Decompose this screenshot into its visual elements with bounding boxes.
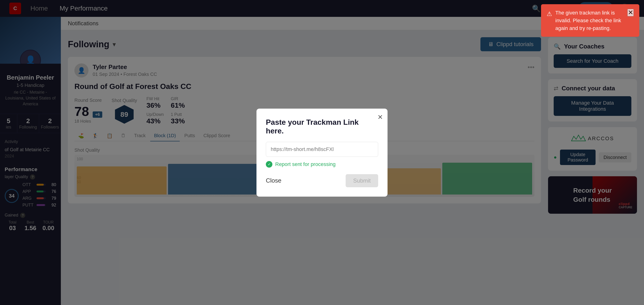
trackman-link-input[interactable] (266, 142, 378, 157)
toast-close-button[interactable]: ✕ (628, 9, 634, 16)
modal-footer: Close Submit (266, 174, 378, 187)
success-icon: ✓ (266, 161, 272, 168)
modal-submit-button[interactable]: Submit (346, 174, 378, 187)
toast-message: The given trackman link is invalid. Plea… (555, 9, 624, 32)
error-toast: ⚠ The given trackman link is invalid. Pl… (541, 4, 639, 37)
warning-icon: ⚠ (547, 9, 552, 18)
modal-title: Paste your Trackman Link here. (266, 118, 378, 135)
modal-success-message: ✓ Report sent for processing (266, 161, 378, 168)
modal-close-button[interactable]: Close (266, 174, 281, 186)
modal-overlay[interactable]: ✕ Paste your Trackman Link here. ✓ Repor… (0, 0, 644, 305)
modal-dialog: ✕ Paste your Trackman Link here. ✓ Repor… (256, 108, 388, 196)
modal-close-x-button[interactable]: ✕ (378, 113, 383, 121)
